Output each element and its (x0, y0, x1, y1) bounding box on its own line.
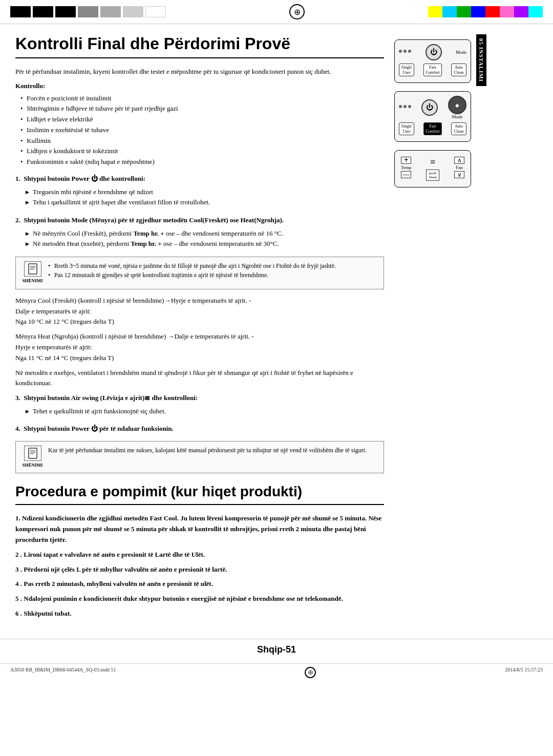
footer-left-text: A3050 RB_IB&IM_DB68-04544A_SQ-03.indd 51 (10, 667, 116, 678)
section2-item-5: 5 . Ndalojeni punimin e kondicionerit du… (15, 594, 384, 604)
note1-item-1: Rreth 3~5 minuta më vonë, njësia e jasht… (48, 261, 378, 270)
remote-unit2-power-btn[interactable]: ⏻ (421, 99, 438, 116)
intro-text: Për të përfunduar instalimin, kryeni kon… (15, 67, 384, 77)
section2-title: Procedura e pompimit (kur hiqet produkti… (15, 484, 384, 505)
remote-unit1-left-btns (399, 50, 411, 55)
block-3 (55, 6, 76, 17)
kontrollo-item-2: Shtrëngimin e lidhjeve të tubave për të … (20, 103, 384, 114)
footer-right-text: 2014/8/5 15:57:23 (505, 667, 543, 678)
block-1 (10, 6, 31, 17)
fan-label: Fan (456, 165, 463, 170)
color-green (457, 6, 471, 17)
temp-label: Temp (401, 165, 411, 170)
step3-arrows: Tehet e qarkullimit të ajrit funksionojn… (15, 406, 384, 417)
svg-rect-0 (29, 264, 37, 274)
color-purple (514, 6, 528, 17)
header: ⊕ (0, 0, 553, 24)
note1-label: SHËNIMI (22, 278, 42, 285)
remote-unit2-top: ⏻ ◆ Mode (399, 96, 466, 119)
fan-note-text: Në metodën e nxehjes, ventilatori i bren… (15, 368, 384, 389)
color-blue (471, 6, 485, 17)
remote-unit2-left-btns (399, 105, 411, 110)
step3-heading: 3. Shtypni butonin Air swing (Lëvizja e … (15, 393, 384, 403)
text-content: Kontrolli Final dhe Përdorimi Provë Për … (15, 34, 384, 623)
step-3-section: 3. Shtypni butonin Air swing (Lëvizja e … (15, 393, 384, 416)
page-footer: A3050 RB_IB&IM_DB68-04544A_SQ-03.indd 51… (0, 663, 553, 681)
note-box-1: SHËNIMI Rreth 3~5 minuta më vonë, njësia… (15, 257, 384, 289)
remote-unit-2: ⏻ ◆ Mode SingleUser FastComfort AutoClea… (394, 91, 471, 142)
step-1-section: 1. Shtypni butonin Power ⏻ dhe kontrollo… (15, 174, 384, 208)
color-red (485, 6, 500, 17)
remote-unit1-top: ⏻ Mode (399, 44, 466, 60)
kontrollo-item-4: Izolimin e nxehtësisë të tubave (20, 125, 384, 136)
fan-up-btn[interactable]: ∧ (454, 157, 464, 164)
step-4-section: 4. Shtypni butonin Power ⏻ për të ndalua… (15, 424, 384, 434)
note-box-2: SHËNIMI Kur të jetë përfunduar instalimi… (15, 441, 384, 474)
block-7 (145, 6, 166, 17)
note1-icon-wrap: SHËNIMI (21, 261, 44, 285)
main-content: Kontrolli Final dhe Përdorimi Provë Për … (0, 24, 553, 634)
block-6 (123, 6, 143, 17)
note2-label: SHËNIMI (22, 462, 42, 469)
note1-icon (24, 261, 41, 277)
kontrollo-label: Kontrollo: (15, 82, 384, 90)
vertical-tab: 05 INSTALIMI (476, 34, 486, 86)
temp-minus-btn[interactable]: — (401, 171, 411, 178)
page-title: Kontrolli Final dhe Përdorimi Provë (15, 34, 384, 58)
note2-content: Kur të jetë përfunduar instalimi me suks… (48, 446, 378, 455)
remote-unit1-power-btn[interactable]: ⏻ (426, 44, 442, 60)
cool-mode-text: Mënyra Cool (Freskët) (kontroll i njësis… (15, 296, 384, 327)
remote-unit2-mode-btn[interactable]: ◆ (448, 96, 466, 114)
color-blocks (428, 6, 543, 17)
step4-heading: 4. Shtypni butonin Power ⏻ për të ndalua… (15, 424, 384, 434)
section2-item-3: 3 . Përdorni një çelës L për të mbyllur … (15, 564, 384, 575)
kontrollo-list: Forcën e pozicionit të instalimit Shtrën… (15, 93, 384, 168)
remote-unit1-single-user[interactable]: SingleUser (399, 64, 414, 76)
note1-content: Rreth 3~5 minuta më vonë, njësia e jasht… (48, 261, 378, 280)
footer-compass-icon: ⊕ (305, 667, 316, 678)
remote-unit1-mode-label: Mode (456, 50, 466, 55)
note2-icon (24, 446, 41, 461)
color-cyan (442, 6, 457, 17)
kontrollo-item-1: Forcën e pozicionit të instalimit (20, 93, 384, 104)
step1-heading: 1. Shtypni butonin Power ⏻ dhe kontrollo… (15, 174, 384, 184)
remote-unit2-single-user[interactable]: SingleUser (399, 122, 414, 135)
section2-item-2: 2 . Lironi tapat e valvulave në anën e p… (15, 550, 384, 560)
remote-unit1-fast-comfort[interactable]: FastComfort (423, 64, 441, 76)
color-aqua (528, 6, 543, 17)
page-number-text: Shqip-51 (257, 644, 296, 655)
note2-icon-wrap: SHËNIMI (21, 446, 44, 469)
section2-item-1: 1. Ndizeni kondicionerin dhe zgjidhni me… (15, 513, 384, 545)
svg-rect-4 (29, 448, 37, 458)
section2-item-6: 6 . Shkëputni tubat. (15, 608, 384, 619)
block-5 (100, 6, 121, 17)
temp-plus-btn[interactable]: + (401, 157, 411, 164)
right-sidebar: 05 INSTALIMI ⏻ Mode (394, 34, 476, 623)
block-2 (33, 6, 53, 17)
airswing-icon[interactable]: ≡ (430, 157, 435, 167)
remote-unit-1: ⏻ Mode SingleUser FastComfort AutoClean (394, 39, 471, 83)
step1-arrow-1: Treguesin mbi njësinë e brendshme që ndi… (26, 187, 384, 198)
remote-unit2-fast-comfort[interactable]: FastComfort (423, 122, 441, 135)
step1-arrows: Treguesin mbi njësinë e brendshme që ndi… (15, 187, 384, 208)
block-4 (78, 6, 98, 17)
step1-arrow-2: Tehu i qarkullimit të ajrit hapet dhe ve… (26, 197, 384, 208)
section2-item-4: 4 . Pas rreth 2 minutash, mbylleni valvu… (15, 579, 384, 590)
kontrollo-item-3: Lidhjet e telave elektrikë (20, 114, 384, 125)
remote-unit1-mid: SingleUser FastComfort AutoClean (399, 64, 466, 76)
header-black-blocks (10, 6, 166, 17)
remote-unit1-auto-clean[interactable]: AutoClean (451, 64, 466, 76)
remote-diagrams: ⏻ Mode SingleUser FastComfort AutoClean (394, 39, 476, 187)
heat-mode-text: Mënyra Heat (Ngrohja) (kontroll i njësis… (15, 331, 384, 363)
good-sleep-btn[interactable]: good'Sleep (426, 170, 439, 181)
remote-unit2-mid: SingleUser FastComfort AutoClean (399, 122, 466, 135)
fan-down-btn[interactable]: ∨ (454, 171, 464, 178)
step-2-section: 2. Shtypni butonin Mode (Mënyra) për të … (15, 215, 384, 249)
remote-unit2-auto-clean[interactable]: AutoClean (451, 122, 466, 135)
note2-text: Kur të jetë përfunduar instalimi me suks… (48, 446, 378, 455)
page-number: Shqip-51 (0, 639, 553, 663)
step2-heading: 2. Shtypni butonin Mode (Mënyra) për të … (15, 215, 384, 225)
step3-arrow-1: Tehet e qarkullimit të ajrit funksionojn… (26, 406, 384, 417)
note1-item-2: Pas 12 minutash të gjendjes së qetë kont… (48, 270, 378, 280)
color-pink (500, 6, 514, 17)
